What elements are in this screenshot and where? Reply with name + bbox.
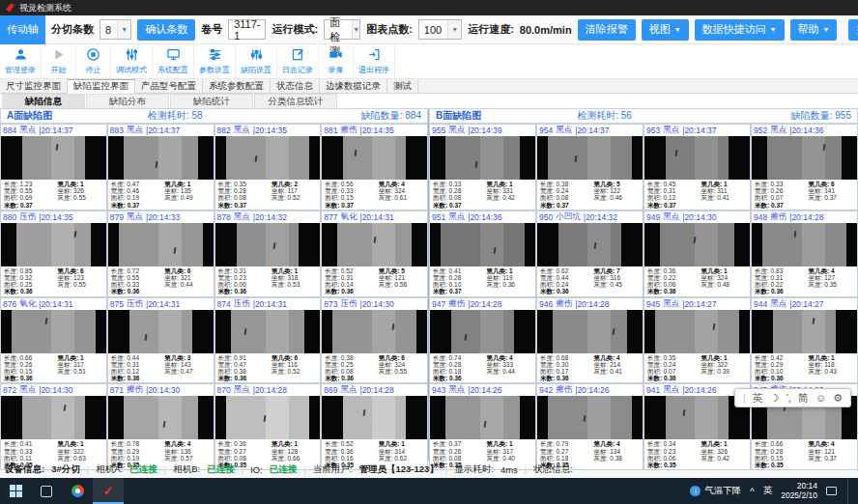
defect-cell-953[interactable]: 953黑点|20:14:37长度: 0.45宽度: 0.31面积: 0.12米数… (644, 124, 751, 210)
defect-cell-878[interactable]: 878黑点|20:14:32长度: 0.31宽度: 0.23面积: 0.06米数… (214, 210, 322, 297)
defect-image[interactable] (430, 396, 535, 439)
defect-image[interactable] (537, 310, 643, 353)
defect-image[interactable] (644, 310, 750, 353)
action-button-8[interactable]: 日志记录 (277, 44, 319, 78)
defect-cell-884[interactable]: 884黑点|20:14:37长度: 1.23宽度: 0.55面积: 0.69米数… (0, 124, 107, 210)
transmission-shaft-button[interactable]: 传动轴 (0, 15, 45, 44)
defect-image[interactable] (430, 310, 535, 353)
defect-cell-947[interactable]: 947擦伤|20:14:28长度: 0.74宽度: 0.28面积: 0.18米数… (429, 297, 536, 384)
ime-language-toggle[interactable]: 英 (753, 391, 763, 406)
defect-cell-942[interactable]: 942擦伤|20:14:26长度: 0.79宽度: 0.27面积: 0.18米数… (536, 383, 644, 470)
taskbar-chrome-button[interactable] (62, 478, 93, 504)
subtab-1[interactable]: 缺陷信息 (2, 94, 85, 108)
defect-cell-955[interactable]: 955黑点|20:14:39长度: 0.33宽度: 0.28面积: 0.08米数… (429, 124, 536, 210)
defect-cell-877[interactable]: 877氧化|20:14:31长度: 0.52宽度: 0.31面积: 0.14米数… (321, 210, 428, 297)
roll-number-input[interactable]: 3117-1 (228, 19, 266, 40)
action-button-9[interactable]: 录像 (319, 44, 354, 78)
ime-simplified-toggle[interactable]: 简 (798, 391, 809, 406)
clear-alarm-button[interactable]: 清除报警 (578, 19, 636, 41)
windows-start-button[interactable] (0, 478, 31, 504)
data-quick-access-button[interactable]: 数据快捷访问 ▼ (695, 19, 785, 41)
defect-image[interactable] (752, 136, 857, 180)
defect-image[interactable] (537, 136, 643, 180)
taskbar-app-button[interactable]: ✓ (93, 478, 124, 504)
tab-6[interactable]: 边缘数据记录 (320, 79, 387, 93)
defect-cell-951[interactable]: 951黑点|20:14:36长度: 0.41宽度: 0.28面积: 0.10米数… (429, 210, 536, 297)
defect-cell-881[interactable]: 881擦伤|20:14:35长度: 0.56宽度: 0.33面积: 0.15米数… (321, 124, 428, 210)
view-menu-button[interactable]: 视图 ▼ (642, 19, 689, 41)
task-view-button[interactable] (31, 478, 62, 504)
defect-image[interactable] (752, 223, 857, 266)
run-mode-select[interactable]: 双面检测 ▼ (324, 19, 360, 40)
ime-drag-handle[interactable]: | (743, 393, 746, 404)
defect-image[interactable] (1, 136, 106, 180)
defect-cell-944[interactable]: 944黑点|20:14:27长度: 0.42宽度: 0.29面积: 0.10米数… (751, 297, 858, 384)
defect-image[interactable] (644, 136, 750, 180)
defect-cell-954[interactable]: 954黑点|20:14:37长度: 0.38宽度: 0.24面积: 0.08米数… (536, 124, 644, 210)
help-menu-button[interactable]: 帮助 ▼ (790, 19, 838, 41)
chart-points-select[interactable]: 100 ▼ (418, 19, 462, 40)
subtab-2[interactable]: 缺陷分布 (86, 94, 169, 108)
defect-cell-880[interactable]: 880压伤|20:14:35长度: 0.85宽度: 0.32面积: 0.25米数… (0, 210, 107, 297)
action-button-6[interactable]: 参数设置 (194, 44, 236, 78)
defect-image[interactable] (537, 396, 643, 439)
defect-image[interactable] (108, 223, 214, 266)
taskbar-clock[interactable]: 20:14 2025/2/10 (781, 482, 817, 500)
action-button-3[interactable]: 停止 (76, 44, 111, 78)
defect-image[interactable] (537, 223, 643, 266)
tab-1[interactable]: 尺寸监控界面 (0, 79, 68, 93)
defect-image[interactable] (430, 223, 535, 266)
defect-image[interactable] (1, 223, 106, 266)
defect-image[interactable] (322, 223, 427, 266)
defect-cell-883[interactable]: 883黑点|20:14:37长度: 0.47宽度: 0.46面积: 0.19米数… (107, 124, 214, 210)
defect-cell-873[interactable]: 873压伤|20:14:30长度: 0.38宽度: 0.25面积: 0.08米数… (321, 297, 428, 384)
defect-image[interactable] (1, 396, 106, 439)
defect-image[interactable] (430, 136, 535, 180)
moon-icon[interactable]: ☽ (770, 392, 780, 405)
notification-center-icon[interactable] (826, 487, 837, 495)
tab-3[interactable]: 产品型号配置 (135, 79, 203, 93)
tray-language-indicator[interactable]: 英 (763, 485, 773, 497)
action-button-2[interactable]: 开始 (42, 44, 76, 78)
defect-cell-869[interactable]: 869黑点|20:14:28长度: 0.52宽度: 0.36面积: 0.16米数… (321, 383, 428, 470)
subtab-4[interactable]: 分类信息统计 (254, 94, 337, 108)
defect-cell-948[interactable]: 948擦伤|20:14:28长度: 0.83宽度: 0.31面积: 0.22米数… (751, 210, 858, 297)
defect-cell-879[interactable]: 879黑点|20:14:33长度: 0.72宽度: 0.55面积: 0.33米数… (107, 210, 214, 297)
gear-icon[interactable]: ⚙ (833, 392, 843, 405)
action-button-1[interactable]: 管理登录 (0, 44, 42, 78)
defect-cell-943[interactable]: 943黑点|20:14:26长度: 0.37宽度: 0.26面积: 0.08米数… (429, 383, 536, 470)
defect-cell-950[interactable]: 950小凹坑|20:14:32长度: 0.62宽度: 0.44面积: 0.24米… (536, 210, 644, 297)
defect-cell-876[interactable]: 876氧化|20:14:31长度: 0.66宽度: 0.26面积: 0.15米数… (0, 297, 107, 384)
defect-image[interactable] (108, 136, 214, 180)
tray-expand-chevron[interactable]: ^ (750, 486, 754, 496)
defect-image[interactable] (108, 310, 214, 353)
defect-image[interactable] (215, 310, 321, 353)
action-button-4[interactable]: 调试模式 (111, 44, 153, 78)
action-button-7[interactable]: 缺陷设置 (236, 44, 277, 78)
defect-image[interactable] (215, 136, 321, 180)
show-desktop-strip[interactable] (847, 478, 850, 504)
defect-cell-882[interactable]: 882黑点|20:14:35长度: 0.35宽度: 0.28面积: 0.08米数… (214, 124, 322, 210)
subtab-3[interactable]: 缺陷统计 (170, 94, 253, 108)
confirm-count-button[interactable]: 确认条数 (137, 19, 195, 41)
defect-image[interactable] (322, 396, 427, 439)
defect-cell-870[interactable]: 870黑点|20:14:28长度: 0.36宽度: 0.27面积: 0.08米数… (214, 383, 322, 470)
defect-image[interactable] (215, 223, 321, 266)
defect-image[interactable] (752, 310, 857, 353)
defect-cell-874[interactable]: 874压伤|20:14:31长度: 0.91宽度: 0.47面积: 0.38米数… (214, 297, 322, 384)
operation-manual-button[interactable]: 操作册 (848, 19, 858, 41)
punctuation-toggle[interactable]: ’, (786, 392, 791, 404)
action-button-5[interactable]: 系统配置 (153, 44, 194, 78)
weather-widget[interactable]: ↓ 气温下降 (690, 485, 741, 497)
tab-7[interactable]: 测试 (387, 79, 418, 93)
tab-2[interactable]: 缺陷监控界面 (68, 79, 135, 94)
ime-toolbar[interactable]: | 英 ☽ ’, 简 ☺ ⚙ (734, 388, 851, 407)
defect-cell-945[interactable]: 945黑点|20:14:27长度: 0.35宽度: 0.24面积: 0.07米数… (644, 297, 751, 384)
defect-image[interactable] (322, 310, 427, 353)
defect-image[interactable] (108, 396, 214, 439)
tab-4[interactable]: 系统参数配置 (203, 79, 271, 93)
smiley-icon[interactable]: ☺ (815, 392, 826, 404)
defect-image[interactable] (644, 223, 750, 266)
defect-cell-952[interactable]: 952黑点|20:14:36长度: 0.33宽度: 0.26面积: 0.07米数… (751, 124, 858, 210)
defect-image[interactable] (215, 396, 321, 439)
